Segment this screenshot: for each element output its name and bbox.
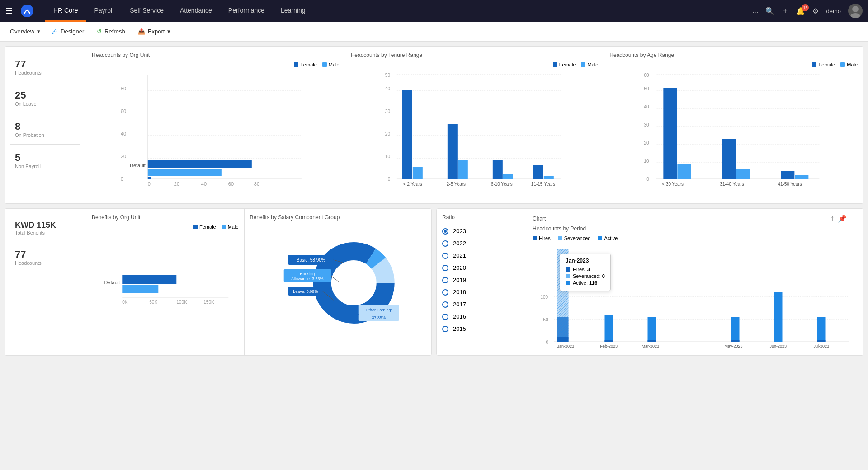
svg-text:60: 60 bbox=[228, 181, 234, 187]
svg-text:Jul-2023: Jul-2023 bbox=[814, 344, 830, 348]
headcounts-stat[interactable]: 77 Headcounts bbox=[10, 52, 80, 82]
top-charts-row: 77 Headcounts 25 On Leave 8 On Probation… bbox=[5, 46, 863, 204]
radio-2018 bbox=[442, 289, 448, 296]
add-icon[interactable]: ＋ bbox=[782, 6, 789, 16]
svg-rect-64 bbox=[736, 169, 750, 179]
svg-text:100K: 100K bbox=[176, 300, 187, 305]
ratio-2019[interactable]: 2019 bbox=[442, 274, 521, 286]
nav-attendance[interactable]: Attendance bbox=[172, 0, 220, 22]
svg-rect-105 bbox=[557, 249, 569, 339]
period-chart-title: Headcounts by Period bbox=[533, 226, 858, 232]
on-probation-stat[interactable]: 8 On Probation bbox=[10, 114, 80, 145]
svg-text:100: 100 bbox=[541, 295, 548, 300]
share-icon[interactable]: ↑ bbox=[830, 214, 834, 223]
svg-text:Default: Default bbox=[130, 163, 146, 168]
svg-rect-66 bbox=[795, 175, 809, 179]
age-range-chart: Headcounts by Age Range Female Male 0 10… bbox=[604, 47, 863, 203]
svg-text:Feb-2023: Feb-2023 bbox=[600, 344, 618, 348]
benefits-headcounts-value: 77 bbox=[15, 249, 76, 260]
export-button[interactable]: 📤 Export ▾ bbox=[132, 26, 176, 37]
svg-rect-35 bbox=[402, 90, 412, 179]
notifications-icon[interactable]: 🔔 15 bbox=[796, 7, 805, 15]
svg-text:Other Earning:: Other Earning: bbox=[365, 308, 392, 312]
ratio-2023[interactable]: 2023 bbox=[442, 225, 521, 237]
svg-rect-36 bbox=[412, 167, 422, 179]
svg-rect-108 bbox=[605, 340, 613, 342]
svg-text:20: 20 bbox=[385, 132, 390, 136]
female-legend: Female bbox=[294, 62, 317, 67]
overview-dropdown[interactable]: Overview ▾ bbox=[5, 26, 45, 37]
refresh-button[interactable]: ↺ Refresh bbox=[91, 26, 131, 37]
svg-rect-113 bbox=[774, 292, 783, 342]
age-legend: Female Male bbox=[609, 62, 858, 67]
hamburger-menu[interactable]: ☰ bbox=[5, 6, 13, 16]
svg-rect-15 bbox=[148, 160, 252, 168]
username: demo bbox=[826, 8, 841, 14]
svg-rect-61 bbox=[664, 88, 677, 179]
nav-payroll[interactable]: Payroll bbox=[86, 0, 122, 22]
svg-text:0: 0 bbox=[387, 177, 390, 182]
chart-actions: ↑ 📌 ⛶ bbox=[830, 214, 858, 223]
total-benefits-stat[interactable]: KWD 115K Total Benefits bbox=[10, 214, 80, 242]
benefits-stats: KWD 115K Total Benefits 77 Headcounts bbox=[5, 209, 86, 355]
designer-icon: 🖊 bbox=[52, 28, 58, 35]
tenure-legend: Female Male bbox=[351, 62, 599, 67]
svg-text:40: 40 bbox=[644, 104, 650, 109]
nav-performance[interactable]: Performance bbox=[220, 0, 273, 22]
svg-text:0: 0 bbox=[647, 177, 650, 182]
tenure-svg: 0 10 20 30 40 50 bbox=[351, 70, 599, 197]
sub-navigation: Overview ▾ 🖊 Designer ↺ Refresh 📤 Export… bbox=[0, 22, 868, 42]
search-icon[interactable]: 🔍 bbox=[765, 7, 774, 15]
radio-2016 bbox=[442, 314, 448, 320]
svg-rect-71 bbox=[122, 275, 176, 284]
avatar[interactable] bbox=[848, 4, 863, 18]
nav-items: HR Core Payroll Self Service Attendance … bbox=[45, 0, 749, 22]
svg-text:0: 0 bbox=[148, 181, 151, 187]
svg-rect-109 bbox=[648, 317, 656, 342]
svg-text:30: 30 bbox=[385, 109, 390, 114]
ratio-2015[interactable]: 2015 bbox=[442, 323, 521, 335]
svg-text:Mar-2023: Mar-2023 bbox=[642, 344, 660, 348]
male-legend-dot bbox=[322, 62, 327, 67]
svg-text:37.35%: 37.35% bbox=[372, 315, 386, 320]
svg-text:2-5 Years: 2-5 Years bbox=[446, 182, 465, 187]
svg-rect-17 bbox=[148, 177, 151, 179]
designer-button[interactable]: 🖊 Designer bbox=[47, 26, 90, 37]
svg-text:Jan-2023: Jan-2023 bbox=[557, 344, 575, 348]
pin-icon[interactable]: 📌 bbox=[838, 214, 847, 223]
benefits-section: KWD 115K Total Benefits 77 Headcounts Be… bbox=[5, 208, 432, 356]
svg-text:30: 30 bbox=[644, 122, 650, 127]
svg-text:31-40 Years: 31-40 Years bbox=[720, 182, 744, 187]
svg-rect-111 bbox=[731, 317, 740, 342]
expand-icon[interactable]: ⛶ bbox=[850, 214, 858, 223]
female-legend-dot bbox=[294, 62, 298, 67]
svg-text:May-2023: May-2023 bbox=[725, 344, 743, 348]
ratio-2016[interactable]: 2016 bbox=[442, 310, 521, 323]
svg-rect-112 bbox=[731, 340, 740, 342]
ratio-2020[interactable]: 2020 bbox=[442, 262, 521, 274]
headcount-stats-panel: 77 Headcounts 25 On Leave 8 On Probation… bbox=[5, 47, 86, 203]
ratio-2022[interactable]: 2022 bbox=[442, 237, 521, 249]
main-content: 77 Headcounts 25 On Leave 8 On Probation… bbox=[0, 42, 868, 470]
on-leave-stat[interactable]: 25 On Leave bbox=[10, 83, 80, 113]
nav-learning[interactable]: Learning bbox=[273, 0, 314, 22]
ratio-2021[interactable]: 2021 bbox=[442, 249, 521, 262]
svg-rect-42 bbox=[543, 176, 553, 179]
app-logo bbox=[20, 4, 34, 18]
nav-hr-core[interactable]: HR Core bbox=[45, 0, 86, 22]
ratio-chart-section: Ratio 2023 2022 2021 2020 bbox=[436, 208, 863, 356]
nav-self-service[interactable]: Self Service bbox=[122, 0, 172, 22]
radio-2019 bbox=[442, 277, 448, 283]
svg-text:Default: Default bbox=[104, 280, 120, 285]
svg-rect-114 bbox=[817, 317, 826, 342]
ratio-2018[interactable]: 2018 bbox=[442, 286, 521, 298]
settings-icon[interactable]: ⚙ bbox=[812, 7, 819, 15]
ratio-2017[interactable]: 2017 bbox=[442, 298, 521, 310]
benefits-headcounts-stat[interactable]: 77 Headcounts bbox=[10, 242, 80, 272]
svg-line-88 bbox=[331, 276, 340, 283]
svg-text:60: 60 bbox=[121, 108, 126, 114]
non-payroll-stat[interactable]: 5 Non Payroll bbox=[10, 146, 80, 175]
svg-text:6-10 Years: 6-10 Years bbox=[491, 182, 512, 187]
more-icon[interactable]: ... bbox=[752, 7, 758, 15]
svg-text:20: 20 bbox=[121, 154, 126, 159]
